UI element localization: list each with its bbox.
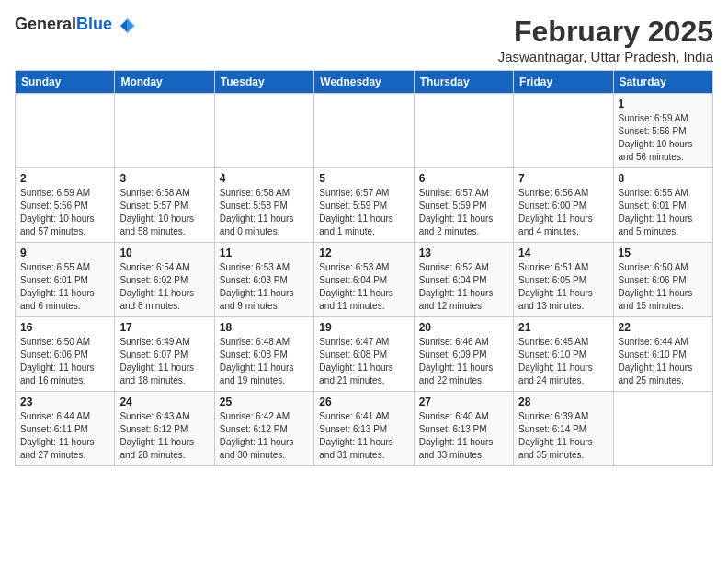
day-number: 11 [220,247,309,259]
page-header: GeneralBlue February 2025 Jaswantnagar, … [15,15,713,64]
day-info: Sunrise: 6:55 AM Sunset: 6:01 PM Dayligh… [20,261,109,313]
calendar-body: 1Sunrise: 6:59 AM Sunset: 5:56 PM Daylig… [16,94,713,466]
calendar-cell: 10Sunrise: 6:54 AM Sunset: 6:02 PM Dayli… [115,243,214,317]
calendar-cell: 2Sunrise: 6:59 AM Sunset: 5:56 PM Daylig… [16,168,115,243]
svg-marker-1 [127,17,135,34]
calendar-cell: 28Sunrise: 6:39 AM Sunset: 6:14 PM Dayli… [514,392,613,466]
day-info: Sunrise: 6:50 AM Sunset: 6:06 PM Dayligh… [619,261,708,313]
calendar-cell: 14Sunrise: 6:51 AM Sunset: 6:05 PM Dayli… [514,243,613,317]
calendar-cell: 18Sunrise: 6:48 AM Sunset: 6:08 PM Dayli… [214,317,313,392]
day-number: 6 [419,172,508,185]
calendar-cell: 26Sunrise: 6:41 AM Sunset: 6:13 PM Dayli… [314,392,414,466]
day-number: 24 [119,396,209,408]
weekday-header-friday: Friday [514,71,613,94]
day-info: Sunrise: 6:57 AM Sunset: 5:59 PM Dayligh… [419,187,508,238]
calendar-cell: 8Sunrise: 6:55 AM Sunset: 6:01 PM Daylig… [613,168,712,243]
day-info: Sunrise: 6:52 AM Sunset: 6:04 PM Dayligh… [419,261,508,313]
day-info: Sunrise: 6:54 AM Sunset: 6:02 PM Dayligh… [119,261,209,313]
day-number: 22 [619,321,708,334]
day-number: 13 [419,247,508,259]
day-info: Sunrise: 6:59 AM Sunset: 5:56 PM Dayligh… [20,187,109,238]
day-info: Sunrise: 6:42 AM Sunset: 6:12 PM Dayligh… [220,410,309,462]
calendar-cell: 7Sunrise: 6:56 AM Sunset: 6:00 PM Daylig… [514,168,613,243]
day-info: Sunrise: 6:46 AM Sunset: 6:09 PM Dayligh… [419,336,508,387]
day-number: 8 [619,172,708,185]
calendar-cell: 19Sunrise: 6:47 AM Sunset: 6:08 PM Dayli… [314,317,414,392]
calendar-cell: 3Sunrise: 6:58 AM Sunset: 5:57 PM Daylig… [115,168,214,243]
day-number: 18 [220,321,309,334]
calendar-cell: 13Sunrise: 6:52 AM Sunset: 6:04 PM Dayli… [414,243,513,317]
day-info: Sunrise: 6:44 AM Sunset: 6:10 PM Dayligh… [619,336,708,387]
weekday-header-wednesday: Wednesday [314,71,414,94]
day-info: Sunrise: 6:59 AM Sunset: 5:56 PM Dayligh… [619,112,708,164]
day-info: Sunrise: 6:51 AM Sunset: 6:05 PM Dayligh… [518,261,608,313]
calendar-cell: 16Sunrise: 6:50 AM Sunset: 6:06 PM Dayli… [16,317,115,392]
day-info: Sunrise: 6:56 AM Sunset: 6:00 PM Dayligh… [518,187,608,238]
calendar-cell: 1Sunrise: 6:59 AM Sunset: 5:56 PM Daylig… [613,94,712,168]
day-info: Sunrise: 6:57 AM Sunset: 5:59 PM Dayligh… [319,187,408,238]
calendar-header: SundayMondayTuesdayWednesdayThursdayFrid… [16,71,713,94]
day-number: 25 [220,396,309,408]
calendar-cell: 25Sunrise: 6:42 AM Sunset: 6:12 PM Dayli… [214,392,313,466]
day-info: Sunrise: 6:55 AM Sunset: 6:01 PM Dayligh… [619,187,708,238]
day-info: Sunrise: 6:45 AM Sunset: 6:10 PM Dayligh… [518,336,608,387]
weekday-header-tuesday: Tuesday [214,71,313,94]
day-number: 9 [20,247,109,259]
day-number: 10 [119,247,209,259]
day-info: Sunrise: 6:50 AM Sunset: 6:06 PM Dayligh… [20,336,109,387]
calendar-cell [16,94,115,168]
weekday-row: SundayMondayTuesdayWednesdayThursdayFrid… [16,71,713,94]
calendar-cell [214,94,313,168]
day-info: Sunrise: 6:40 AM Sunset: 6:13 PM Dayligh… [419,410,508,462]
logo-general: General [15,15,76,33]
calendar-cell [414,94,513,168]
calendar-cell: 6Sunrise: 6:57 AM Sunset: 5:59 PM Daylig… [414,168,513,243]
calendar-cell [613,392,712,466]
calendar-table: SundayMondayTuesdayWednesdayThursdayFrid… [15,70,713,466]
day-number: 27 [419,396,508,408]
calendar-cell: 11Sunrise: 6:53 AM Sunset: 6:03 PM Dayli… [214,243,313,317]
weekday-header-monday: Monday [115,71,214,94]
day-info: Sunrise: 6:39 AM Sunset: 6:14 PM Dayligh… [518,410,608,462]
day-number: 3 [119,172,209,185]
calendar-week-3: 16Sunrise: 6:50 AM Sunset: 6:06 PM Dayli… [16,317,713,392]
day-info: Sunrise: 6:53 AM Sunset: 6:03 PM Dayligh… [220,261,309,313]
day-number: 28 [518,396,608,408]
logo-blue: Blue [76,15,112,33]
calendar-cell: 4Sunrise: 6:58 AM Sunset: 5:58 PM Daylig… [214,168,313,243]
day-number: 23 [20,396,109,408]
calendar-cell: 27Sunrise: 6:40 AM Sunset: 6:13 PM Dayli… [414,392,513,466]
day-number: 16 [20,321,109,334]
day-info: Sunrise: 6:48 AM Sunset: 6:08 PM Dayligh… [220,336,309,387]
calendar-week-4: 23Sunrise: 6:44 AM Sunset: 6:11 PM Dayli… [16,392,713,466]
title-block: February 2025 Jaswantnagar, Uttar Prades… [498,15,713,64]
calendar-cell: 24Sunrise: 6:43 AM Sunset: 6:12 PM Dayli… [115,392,214,466]
day-number: 17 [119,321,209,334]
day-info: Sunrise: 6:58 AM Sunset: 5:57 PM Dayligh… [119,187,209,238]
subtitle: Jaswantnagar, Uttar Pradesh, India [498,49,713,64]
day-number: 26 [319,396,408,408]
day-number: 4 [220,172,309,185]
calendar-cell: 12Sunrise: 6:53 AM Sunset: 6:04 PM Dayli… [314,243,414,317]
day-info: Sunrise: 6:43 AM Sunset: 6:12 PM Dayligh… [119,410,209,462]
calendar-cell: 9Sunrise: 6:55 AM Sunset: 6:01 PM Daylig… [16,243,115,317]
day-number: 12 [319,247,408,259]
calendar-cell [115,94,214,168]
day-info: Sunrise: 6:47 AM Sunset: 6:08 PM Dayligh… [319,336,408,387]
day-info: Sunrise: 6:41 AM Sunset: 6:13 PM Dayligh… [319,410,408,462]
logo: GeneralBlue [15,15,135,34]
day-info: Sunrise: 6:49 AM Sunset: 6:07 PM Dayligh… [119,336,209,387]
day-number: 5 [319,172,408,185]
day-number: 20 [419,321,508,334]
weekday-header-thursday: Thursday [414,71,513,94]
calendar-cell: 21Sunrise: 6:45 AM Sunset: 6:10 PM Dayli… [514,317,613,392]
day-number: 14 [518,247,608,259]
weekday-header-sunday: Sunday [16,71,115,94]
day-number: 1 [619,98,708,110]
day-number: 15 [619,247,708,259]
day-number: 19 [319,321,408,334]
day-number: 2 [20,172,109,185]
weekday-header-saturday: Saturday [613,71,712,94]
calendar-cell: 15Sunrise: 6:50 AM Sunset: 6:06 PM Dayli… [613,243,712,317]
day-info: Sunrise: 6:44 AM Sunset: 6:11 PM Dayligh… [20,410,109,462]
